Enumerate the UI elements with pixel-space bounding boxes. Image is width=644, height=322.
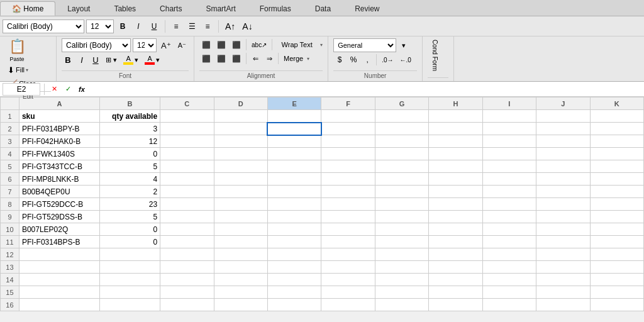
cell-G2[interactable] (375, 123, 428, 135)
cell-E8[interactable] (267, 198, 321, 211)
cell-I2[interactable] (482, 123, 536, 135)
cell-F6[interactable] (321, 173, 375, 186)
cell-G3[interactable] (375, 135, 428, 148)
cell-H1[interactable] (429, 110, 482, 123)
cell-F10[interactable] (321, 223, 375, 236)
cell-F11[interactable] (321, 236, 375, 248)
cell-A4[interactable]: PFI-FWK1340S (19, 148, 99, 160)
merge-button[interactable]: Merge (281, 52, 306, 65)
cell-I1[interactable] (482, 110, 536, 123)
number-format-select[interactable]: General Number Currency Percentage (333, 38, 396, 52)
cell-C4[interactable] (160, 148, 214, 160)
tab-home[interactable]: 🏠 Home (0, 1, 55, 16)
cell-E7[interactable] (267, 186, 321, 198)
decrease-indent-button[interactable]: ⇐ (249, 52, 262, 65)
cell-A7[interactable]: B00B4QEP0U (19, 186, 99, 198)
cell-H13[interactable] (429, 261, 482, 274)
cell-G15[interactable] (375, 286, 428, 299)
cell-C13[interactable] (160, 261, 214, 274)
decrease-font-button[interactable]: A↓ (240, 19, 255, 33)
cell-J16[interactable] (536, 299, 590, 311)
align-top-right-button[interactable]: ⬛ (230, 38, 243, 51)
cell-G12[interactable] (375, 248, 428, 261)
cell-A2[interactable]: PFI-F0314BPY-B (19, 123, 99, 135)
cell-K8[interactable] (590, 198, 644, 211)
cell-I3[interactable] (482, 135, 536, 148)
align-bottom-left-button[interactable]: ⬛ (199, 52, 213, 65)
cell-E14[interactable] (267, 274, 321, 286)
cell-A8[interactable]: PFI-GT529DCC-B (19, 198, 99, 211)
number-format-arrow[interactable]: ▾ (397, 39, 410, 52)
cell-K2[interactable] (590, 123, 644, 135)
underline-ribbon-button[interactable]: U (89, 53, 102, 66)
formula-cancel-button[interactable]: ✕ (48, 84, 60, 95)
cell-D2[interactable] (214, 123, 267, 135)
cell-C9[interactable] (160, 211, 214, 223)
cell-H4[interactable] (429, 148, 482, 160)
cell-K16[interactable] (590, 299, 644, 311)
cell-K12[interactable] (590, 248, 644, 261)
cell-D1[interactable] (214, 110, 267, 123)
cell-H11[interactable] (429, 236, 482, 248)
cell-D15[interactable] (214, 286, 267, 299)
cell-G4[interactable] (375, 148, 428, 160)
cell-D3[interactable] (214, 135, 267, 148)
cell-K4[interactable] (590, 148, 644, 160)
comma-button[interactable]: , (361, 53, 374, 66)
cell-K11[interactable] (590, 236, 644, 248)
percent-button[interactable]: % (347, 53, 360, 66)
cell-H5[interactable] (429, 160, 482, 173)
cell-B9[interactable]: 5 (100, 211, 160, 223)
cell-B11[interactable]: 0 (100, 236, 160, 248)
cell-K6[interactable] (590, 173, 644, 186)
col-header-C[interactable]: C (160, 97, 214, 110)
tab-charts[interactable]: Charts (148, 1, 194, 16)
cell-G6[interactable] (375, 173, 428, 186)
cell-D6[interactable] (214, 173, 267, 186)
cell-F2[interactable] (321, 123, 375, 135)
cell-I4[interactable] (482, 148, 536, 160)
cell-B6[interactable]: 4 (100, 173, 160, 186)
cell-H10[interactable] (429, 223, 482, 236)
border-button[interactable]: ⊞ ▾ (103, 53, 119, 66)
cell-F12[interactable] (321, 248, 375, 261)
cell-I6[interactable] (482, 173, 536, 186)
cell-B8[interactable]: 23 (100, 198, 160, 211)
cell-F9[interactable] (321, 211, 375, 223)
cell-B13[interactable] (100, 261, 160, 274)
cell-G14[interactable] (375, 274, 428, 286)
cell-C6[interactable] (160, 173, 214, 186)
cell-J1[interactable] (536, 110, 590, 123)
cell-C3[interactable] (160, 135, 214, 148)
font-size-select[interactable]: 12 10 11 14 16 (86, 19, 114, 33)
cell-H16[interactable] (429, 299, 482, 311)
tab-review[interactable]: Review (343, 1, 391, 16)
cell-D4[interactable] (214, 148, 267, 160)
cell-C2[interactable] (160, 123, 214, 135)
cell-I9[interactable] (482, 211, 536, 223)
cell-F15[interactable] (321, 286, 375, 299)
paste-button[interactable]: 📋 Paste (5, 38, 29, 62)
cell-F13[interactable] (321, 261, 375, 274)
tab-data[interactable]: Data (303, 1, 343, 16)
increase-indent-button[interactable]: ⇒ (263, 52, 275, 65)
fill-button[interactable]: ⬇ Fill ▾ (5, 64, 31, 76)
formula-input[interactable] (90, 83, 641, 96)
bold-ribbon-button[interactable]: B (62, 53, 74, 66)
cell-A6[interactable]: PFI-MP8LNKK-B (19, 173, 99, 186)
decrease-size-button[interactable]: A⁻ (175, 39, 189, 52)
wrap-text-button[interactable]: Wrap Text (275, 38, 319, 51)
cell-F5[interactable] (321, 160, 375, 173)
cell-H14[interactable] (429, 274, 482, 286)
italic-ribbon-button[interactable]: I (75, 53, 88, 66)
cell-B10[interactable]: 0 (100, 223, 160, 236)
cell-E1[interactable] (267, 110, 321, 123)
cell-B3[interactable]: 12 (100, 135, 160, 148)
cell-G5[interactable] (375, 160, 428, 173)
tab-formulas[interactable]: Formulas (248, 1, 303, 16)
cell-K7[interactable] (590, 186, 644, 198)
underline-button[interactable]: U (147, 19, 161, 33)
cell-B12[interactable] (100, 248, 160, 261)
cell-G9[interactable] (375, 211, 428, 223)
cell-I5[interactable] (482, 160, 536, 173)
